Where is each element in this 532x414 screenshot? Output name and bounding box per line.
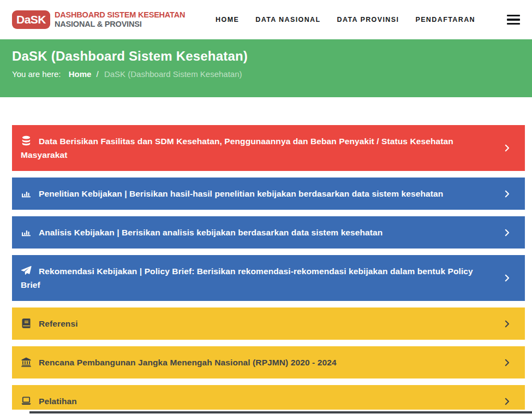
accordion-list: Data Berisikan Fasilitas dan SDM Kesehat… <box>0 97 532 414</box>
chart-bar-icon <box>21 227 32 238</box>
panel-title: Rencana Pembangunan Jangka Menengah Nasi… <box>39 358 337 367</box>
laptop-icon <box>21 395 32 406</box>
bottom-strip <box>0 410 532 414</box>
accordion-panel-rpjmn[interactable]: Rencana Pembangunan Jangka Menengah Nasi… <box>12 346 525 378</box>
page-banner: DaSK (Dashboard Sistem Kesehatan) You ar… <box>0 39 532 97</box>
nav-item-home[interactable]: HOME <box>216 16 239 23</box>
accordion-panel-penelitian-kebijakan[interactable]: Penelitian Kebijakan | Berisikan hasil-h… <box>12 178 525 210</box>
page-title: DaSK (Dashboard Sistem Kesehatan) <box>12 49 520 64</box>
nav-item-data-provinsi[interactable]: DATA PROVINSI <box>337 16 399 23</box>
nav-item-data-nasional[interactable]: DATA NASIONAL <box>255 16 320 23</box>
panel-title: Pelatihan <box>39 397 77 406</box>
panel-title: Penelitian Kebijakan | Berisikan hasil-h… <box>39 189 443 198</box>
chevron-right-icon <box>502 273 512 283</box>
accordion-panel-data-kesehatan[interactable]: Data Berisikan Fasilitas dan SDM Kesehat… <box>12 125 525 171</box>
chevron-right-icon <box>502 358 512 368</box>
accordion-panel-referensi[interactable]: Referensi <box>12 307 525 340</box>
book-icon <box>21 318 32 329</box>
panel-title: Analisis Kebijakan | Berisikan analisis … <box>39 228 382 237</box>
chevron-right-icon <box>502 189 512 199</box>
chevron-right-icon <box>502 228 512 238</box>
accordion-panel-analisis-kebijakan[interactable]: Analisis Kebijakan | Berisikan analisis … <box>12 216 525 249</box>
panel-title: Referensi <box>39 319 78 328</box>
breadcrumb: You are here: Home / DaSK (Dashboard Sis… <box>12 69 520 79</box>
main-nav: HOME DATA NASIONAL DATA PROVINSI PENDAFT… <box>216 15 520 25</box>
footer-bar-edge <box>29 411 532 413</box>
breadcrumb-home-link[interactable]: Home <box>69 69 92 79</box>
paper-plane-icon <box>21 265 32 276</box>
chart-bar-icon <box>21 188 32 199</box>
logo-badge: DaSK <box>12 10 50 29</box>
breadcrumb-current: DaSK (Dashboard Sistem Kesehatan) <box>104 69 242 79</box>
panel-title: Data Berisikan Fasilitas dan SDM Kesehat… <box>21 137 453 159</box>
top-header: DaSK DASHBOARD SISTEM KESEHATAN NASIONAL… <box>0 0 532 39</box>
chevron-right-icon <box>502 143 512 153</box>
chevron-right-icon <box>502 319 512 329</box>
nav-item-pendaftaran[interactable]: PENDAFTARAN <box>415 16 475 23</box>
accordion-panel-rekomendasi-kebijakan[interactable]: Rekomendasi Kebijakan | Policy Brief: Be… <box>12 255 525 301</box>
logo-text: DASHBOARD SISTEM KESEHATAN NASIONAL & PR… <box>55 10 185 28</box>
breadcrumb-separator: / <box>97 69 99 79</box>
breadcrumb-prefix: You are here: <box>12 69 61 79</box>
database-icon <box>21 135 32 146</box>
site-logo[interactable]: DaSK DASHBOARD SISTEM KESEHATAN NASIONAL… <box>12 10 185 29</box>
bank-icon <box>21 357 32 368</box>
chevron-right-icon <box>502 397 512 406</box>
logo-title: DASHBOARD SISTEM KESEHATAN <box>55 10 185 20</box>
hamburger-icon[interactable] <box>507 15 520 25</box>
panel-title: Rekomendasi Kebijakan | Policy Brief: Be… <box>21 267 473 289</box>
logo-subtitle: NASIONAL & PROVINSI <box>55 20 185 29</box>
